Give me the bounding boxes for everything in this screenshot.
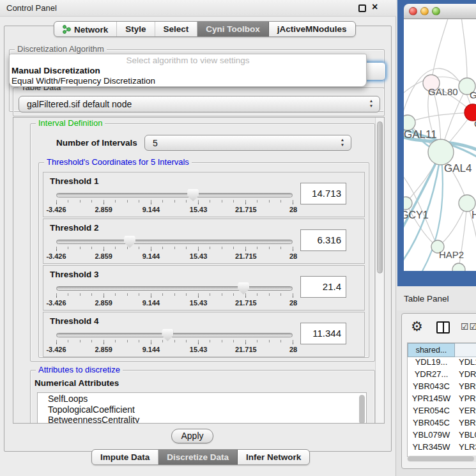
- node-label: GAL80: [428, 86, 458, 97]
- tab-network[interactable]: Network: [54, 22, 117, 37]
- float-window-icon[interactable]: [358, 4, 366, 12]
- scrollbar-thumb[interactable]: [377, 121, 383, 273]
- spinner-icon: ▲▼: [368, 98, 374, 109]
- cyni-bottom-tabs: Impute Data Discretize Data Infer Networ…: [91, 449, 310, 465]
- thresholds-group: Threshold's Coordinates for 5 Intervals …: [38, 162, 369, 358]
- threshold-4-label: Threshold 4: [50, 316, 99, 326]
- node-label: H: [472, 210, 476, 220]
- tab-select[interactable]: Select: [155, 22, 198, 37]
- table-data-group: Table Data galFiltered.sif default node …: [13, 88, 385, 116]
- network-node: [404, 197, 412, 210]
- slider-track[interactable]: [56, 286, 293, 291]
- table-row[interactable]: YBR043CYBR0: [408, 381, 476, 394]
- node-label: GAL4: [444, 162, 472, 174]
- network-window-titlebar: [404, 4, 476, 19]
- algorithm-option-equal-width[interactable]: Equal Width/Frequency Discretization: [12, 76, 155, 86]
- table-row[interactable]: YLR345WYLR3: [408, 442, 476, 454]
- threshold-1-slider: -3.426 2.859 9.144 15.43 21.715 28: [56, 189, 293, 217]
- table-row[interactable]: YBL079WYBL0: [408, 430, 476, 442]
- zoom-traffic-light-icon[interactable]: [432, 7, 440, 15]
- table-panel: ⚙ ☑☑ shared... na YDL19...YDL1 YDR27...Y…: [401, 313, 476, 469]
- discretization-algorithm-label: Discretization Algorithm: [15, 44, 107, 54]
- network-graph: GAL80 GA C GAL11 GAL4 GCY1 H HAP2: [404, 19, 476, 271]
- list-scrollbar[interactable]: [359, 395, 365, 424]
- table-panel-titlebar: Table Panel: [397, 286, 476, 311]
- slider-track[interactable]: [56, 333, 293, 337]
- table-row[interactable]: YBR045CYBR0: [408, 418, 476, 430]
- close-traffic-light-icon[interactable]: [409, 7, 417, 15]
- threshold-3-label: Threshold 3: [50, 270, 99, 279]
- list-item[interactable]: TopologicalCoefficient: [38, 404, 366, 415]
- node-label: GAL11: [404, 128, 437, 141]
- scrollbar-thumb[interactable]: [408, 456, 474, 461]
- threshold-1-panel: Threshold 1 -3.426 2.859 9.144 15.43 21.…: [43, 172, 365, 217]
- window-title: Control Panel: [6, 3, 57, 13]
- number-of-intervals-label: Number of Intervals: [56, 138, 137, 148]
- threshold-2-panel: Threshold 2 -3.426 2.859 9.144 15.43 21.…: [43, 219, 365, 264]
- list-item[interactable]: BetweennessCentrality: [38, 414, 366, 424]
- threshold-3-slider: -3.426 2.859 9.144 15.43 21.715 28: [56, 282, 293, 311]
- tab-style[interactable]: Style: [117, 22, 155, 37]
- threshold-4-value-field[interactable]: 11.344: [300, 323, 346, 344]
- select-checkboxes-icon[interactable]: ☑☑: [461, 321, 476, 332]
- tab-impute-data[interactable]: Impute Data: [92, 450, 158, 465]
- slider-track[interactable]: [56, 193, 293, 197]
- threshold-4-slider: -3.426 2.859 9.144 15.43 21.715 28: [56, 329, 293, 357]
- table-header-row: shared... na: [408, 343, 476, 357]
- network-node: [428, 139, 454, 165]
- algorithm-option-manual[interactable]: Manual Discretization: [12, 66, 100, 75]
- node-label: HAP2: [439, 249, 464, 260]
- network-canvas[interactable]: GAL80 GA C GAL11 GAL4 GCY1 H HAP2: [404, 19, 476, 271]
- threshold-2-slider: -3.426 2.859 9.144 15.43 21.715 28: [56, 236, 293, 264]
- table-row[interactable]: YDL19...YDL1: [408, 357, 476, 369]
- thresholds-group-label: Threshold's Coordinates for 5 Intervals: [44, 157, 192, 167]
- table-row[interactable]: YER054CYER0: [408, 406, 476, 418]
- tab-cyni-toolbox[interactable]: Cyni Toolbox: [197, 22, 269, 37]
- slider-axis: -3.426 2.859 9.144 15.43 21.715 28: [56, 299, 293, 308]
- tab-network-label: Network: [74, 25, 108, 35]
- threshold-2-label: Threshold 2: [50, 223, 99, 233]
- node-label: GCY1: [404, 210, 429, 220]
- numerical-attributes-list: SelfLoops TopologicalCoefficient Between…: [37, 392, 367, 424]
- algorithm-prompt: Select algorithm to view settings: [10, 56, 366, 65]
- number-of-intervals-value: 5: [153, 138, 158, 148]
- threshold-3-value-field[interactable]: 21.4: [300, 276, 346, 298]
- number-of-intervals-combobox[interactable]: 5 ▲▼: [144, 135, 351, 151]
- network-tab-icon: [63, 24, 71, 36]
- close-icon[interactable]: ×: [372, 1, 378, 13]
- minimize-traffic-light-icon[interactable]: [420, 7, 429, 15]
- table-data-value: galFiltered.sif default node: [27, 99, 132, 109]
- node-attribute-table: shared... na YDL19...YDL1 YDR27...YDR2 Y…: [407, 342, 476, 457]
- control-panel-tabs: Network Style Select Cyni Toolbox jActiv…: [54, 21, 356, 37]
- spinner-icon: ▲▼: [339, 137, 346, 148]
- control-panel-titlebar: Control Panel ×: [0, 0, 396, 17]
- table-horizontal-scrollbar[interactable]: [407, 456, 476, 462]
- node-label: GA: [470, 89, 476, 100]
- column-header-name[interactable]: na: [455, 343, 476, 357]
- network-node: [452, 263, 465, 271]
- threshold-2-value-field[interactable]: 6.316: [300, 229, 346, 251]
- interval-definition-label: Interval Definition: [36, 118, 105, 128]
- list-item[interactable]: SelfLoops: [38, 393, 366, 404]
- apply-button[interactable]: Apply: [171, 429, 213, 443]
- threshold-4-panel: Threshold 4 -3.426 2.859 9.144 15.43 21.…: [43, 312, 365, 357]
- tab-discretize-data[interactable]: Discretize Data: [158, 450, 238, 465]
- slider-axis: -3.426 2.859 9.144 15.43 21.715 28: [56, 346, 293, 355]
- settings-scrollbar[interactable]: [375, 118, 384, 423]
- gear-icon[interactable]: ⚙: [411, 319, 423, 334]
- settings-scroll-viewport: Interval Definition Number of Intervals …: [13, 117, 385, 424]
- threshold-1-label: Threshold 1: [50, 176, 99, 186]
- threshold-1-value-field[interactable]: 14.713: [300, 183, 346, 204]
- interval-definition-group: Interval Definition Number of Intervals …: [30, 123, 375, 362]
- table-row[interactable]: YPR145WYPR1: [408, 394, 476, 406]
- table-row[interactable]: YDR27...YDR2: [408, 369, 476, 381]
- tab-infer-network[interactable]: Infer Network: [238, 450, 309, 465]
- attributes-group: Attributes to discretize Numerical Attri…: [30, 370, 375, 424]
- slider-track[interactable]: [56, 240, 293, 244]
- column-header-shared-name[interactable]: shared...: [408, 343, 455, 357]
- table-data-combobox[interactable]: galFiltered.sif default node ▲▼: [19, 96, 380, 112]
- algorithm-dropdown-popup: Select algorithm to view settings Manual…: [9, 54, 367, 87]
- tab-jactivemnodules[interactable]: jActiveMNodules: [269, 22, 355, 37]
- slider-axis: -3.426 2.859 9.144 15.43 21.715 28: [56, 206, 293, 215]
- columns-icon[interactable]: [436, 321, 450, 334]
